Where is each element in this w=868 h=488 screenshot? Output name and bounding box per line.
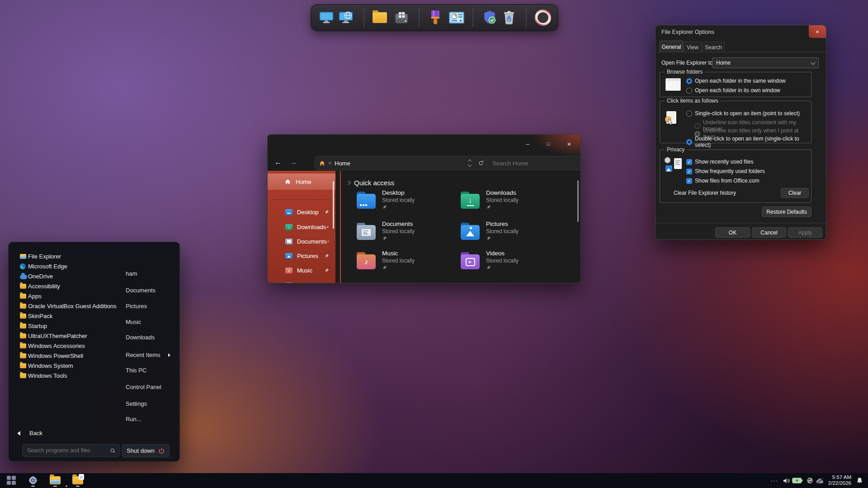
search-input[interactable] (491, 160, 580, 167)
start-search-input[interactable] (26, 447, 96, 454)
start-item-downloads[interactable]: Downloads (126, 334, 155, 341)
dialog-title: File Explorer Options (661, 29, 714, 35)
notifications-bell-icon[interactable] (854, 473, 864, 488)
start-item-windows-tools[interactable]: Windows Tools (9, 371, 113, 380)
recycle-bin-icon[interactable] (500, 9, 518, 27)
tab-general[interactable]: General (660, 41, 683, 52)
radio-own-window[interactable]: Open each folder in its own window (686, 87, 780, 94)
radio-single-click[interactable]: Single-click to open an item (point to s… (686, 110, 800, 117)
start-item-file-explorer[interactable]: File Explorer (9, 252, 113, 261)
start-item-windows-system[interactable]: Windows System (9, 361, 113, 371)
pin-icon[interactable] (324, 253, 329, 258)
minimize-button[interactable]: – (521, 138, 534, 149)
pin-icon[interactable] (324, 268, 329, 273)
start-item-recent-items[interactable]: Recent Items (126, 352, 160, 358)
shutdown-button[interactable]: Shut down (122, 444, 170, 457)
back-arrow-icon (17, 431, 20, 436)
skinpack-icon[interactable] (534, 9, 552, 27)
back-button[interactable]: Back (17, 430, 42, 436)
ok-button[interactable]: OK (715, 227, 750, 238)
check-frequent-folders[interactable]: ✓Show frequently used folders (686, 168, 765, 174)
start-item-virtualbox-additions[interactable]: Oracle VirtualBox Guest Additions (9, 301, 113, 311)
quick-access-tile-pictures[interactable]: Pictures Stored locally (461, 221, 562, 249)
quick-access-tile-videos[interactable]: ▶ Videos Stored locally (461, 250, 562, 278)
start-item-run[interactable]: Run... (126, 416, 142, 422)
start-item-apps[interactable]: Apps (9, 291, 113, 301)
apply-button[interactable]: Apply (788, 227, 822, 238)
sidebar-scrollbar[interactable] (333, 181, 334, 229)
quick-access-tile-music[interactable]: ♪ Music Stored locally (357, 250, 458, 278)
start-item-windows-powershell[interactable]: Windows PowerShell (9, 351, 113, 361)
clear-button[interactable]: Clear (781, 188, 809, 198)
battery-icon[interactable] (791, 473, 804, 488)
close-button[interactable]: × (809, 25, 826, 38)
control-panel-icon[interactable] (448, 9, 466, 27)
sidebar-item-videos[interactable]: ▶ Videos (268, 279, 335, 283)
network-globe-icon[interactable] (804, 473, 815, 488)
browse-folders-icon (665, 78, 681, 91)
section-header[interactable]: Quick access (347, 179, 394, 187)
file-explorer-taskbar-icon[interactable] (49, 474, 61, 486)
checked-folder-taskbar-icon[interactable]: ✓ (71, 474, 84, 486)
sidebar-item-home[interactable]: Home (268, 174, 335, 190)
sidebar-item-desktop[interactable]: Desktop (268, 206, 335, 218)
check-recent-files[interactable]: ✓Show recently used files (686, 159, 753, 165)
network-icon[interactable] (337, 9, 355, 27)
windows-security-icon[interactable] (481, 9, 499, 27)
sidebar-item-pictures[interactable]: Pictures (268, 250, 335, 262)
start-item-music[interactable]: Music (126, 319, 141, 325)
start-item-pictures[interactable]: Pictures (126, 303, 147, 310)
start-item-skinpack[interactable]: SkinPack (9, 311, 113, 321)
pin-icon[interactable] (324, 210, 329, 215)
sidebar-item-downloads[interactable]: ↓ Downloads (268, 221, 335, 233)
start-item-startup[interactable]: Startup (9, 321, 113, 331)
refresh-icon[interactable] (478, 160, 484, 166)
this-pc-icon[interactable] (317, 9, 335, 27)
address-bar[interactable]: Home (315, 156, 488, 170)
start-item-control-panel[interactable]: Control Panel (126, 384, 161, 390)
volume-icon[interactable] (781, 473, 792, 488)
search-box[interactable] (486, 156, 581, 170)
taskbar-clock[interactable]: 5:57 AM 2/22/2026 (826, 474, 851, 486)
sidebar-item-documents[interactable]: Documents (268, 235, 335, 247)
collapse-chevron-icon (346, 181, 351, 185)
pin-icon[interactable] (326, 225, 329, 230)
tray-overflow-button[interactable]: ··· (769, 473, 780, 488)
start-item-this-pc[interactable]: This PC (126, 367, 146, 374)
cancel-button[interactable]: Cancel (752, 227, 786, 238)
folder-icon[interactable] (371, 9, 389, 27)
pin-icon[interactable] (327, 239, 329, 244)
home-icon (319, 160, 326, 167)
back-button[interactable]: ← (272, 156, 284, 168)
start-item-ultrauxthemepatcher[interactable]: UltraUXThemePatcher (9, 331, 113, 341)
start-button[interactable] (5, 474, 18, 486)
start-item-accessibility[interactable]: Accessibility (9, 282, 113, 291)
quick-access-tile-documents[interactable]: Documents Stored locally (357, 221, 458, 249)
start-search-box[interactable] (22, 444, 120, 457)
tab-search[interactable]: Search (702, 42, 725, 52)
start-item-microsoft-edge[interactable]: Microsoft Edge (9, 262, 113, 271)
tab-view[interactable]: View (684, 42, 702, 52)
forward-button[interactable]: → (288, 156, 299, 168)
personalization-icon[interactable] (426, 9, 444, 27)
radio-double-click[interactable]: Double-click to open an item (single-cli… (686, 136, 811, 148)
check-office-files[interactable]: ✓Show files from Office.com (686, 178, 760, 184)
onedrive-tray-icon[interactable] (814, 473, 826, 488)
settings-taskbar-icon[interactable] (27, 474, 39, 486)
quick-access-tile-desktop[interactable]: Desktop Stored locally (357, 189, 458, 217)
start-item-documents[interactable]: Documents (126, 287, 156, 294)
content-scrollbar[interactable] (577, 180, 579, 222)
start-user-ham[interactable]: ham (126, 270, 137, 277)
maximize-button[interactable]: □ (542, 138, 555, 149)
restore-defaults-button[interactable]: Restore Defaults (762, 206, 811, 217)
system-drive-icon[interactable] (392, 9, 410, 27)
radio-same-window[interactable]: Open each folder in the same window (686, 78, 786, 84)
quick-access-tile-downloads[interactable]: ↓ Downloads Stored locally (461, 189, 562, 217)
close-button[interactable]: × (563, 138, 576, 149)
start-item-windows-accessories[interactable]: Windows Accessories (9, 341, 113, 351)
sidebar-item-music[interactable]: ♪ Music (268, 264, 335, 276)
address-stepper-icon[interactable] (468, 160, 471, 166)
start-item-settings[interactable]: Settings (126, 400, 147, 407)
open-to-dropdown[interactable]: Home (712, 57, 819, 68)
start-item-onedrive[interactable]: OneDrive (9, 272, 113, 281)
